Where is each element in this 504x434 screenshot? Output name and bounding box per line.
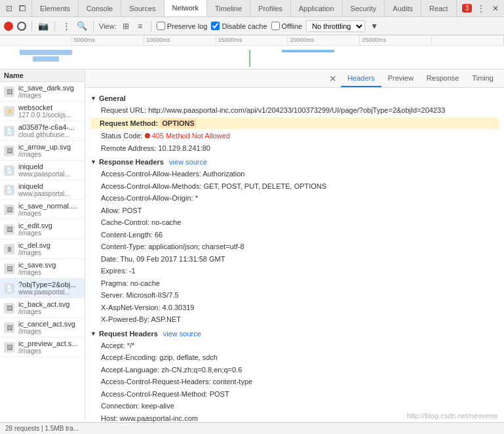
resp-header-11: X-AspNet-Version: 4.0.30319 — [90, 302, 499, 314]
sidebar-item-7[interactable]: 🖼 ic_edit.svg /images — [0, 220, 85, 239]
file-icon-2: 📄 — [4, 126, 14, 136]
offline-label: Offline — [282, 22, 303, 30]
sidebar-item-9[interactable]: 🖼 ic_save.svg /images — [0, 259, 85, 279]
tab-console[interactable]: Console — [79, 0, 121, 16]
preserve-log-checkbox[interactable]: Preserve log — [157, 22, 208, 30]
tab-response[interactable]: Response — [420, 69, 466, 87]
tab-timing[interactable]: Timing — [465, 69, 500, 87]
tick-0 — [0, 35, 72, 45]
file-icon-1: ⚡ — [4, 106, 14, 117]
tab-network[interactable]: Network — [165, 0, 207, 16]
devtools-controls: ⊡ ⧠ — [0, 0, 32, 16]
response-headers-view-source-link[interactable]: view source — [169, 158, 207, 166]
sidebar-item-5[interactable]: 📄 iniqueld www.paasportal... — [0, 180, 85, 200]
file-icon-10: 📄 — [4, 283, 14, 294]
disable-cache-input[interactable] — [211, 22, 220, 30]
status-bar: 28 requests | 1.5MB tra... — [0, 422, 504, 434]
tab-sources[interactable]: Sources — [121, 0, 164, 16]
preserve-log-label: Preserve log — [167, 22, 208, 30]
offline-checkbox[interactable]: Offline — [271, 22, 303, 30]
sidebar-item-4[interactable]: 📄 iniqueld www.paasportal... — [0, 161, 85, 180]
sidebar-item-0[interactable]: 🖼 ic_save_dark.svg /images — [0, 82, 85, 102]
remote-address-val: 10.129.8.241:80 — [158, 144, 210, 152]
inspect-icon[interactable]: ⊡ — [4, 3, 14, 14]
file-icon-12: 🖼 — [4, 323, 14, 333]
tab-elements[interactable]: Elements — [32, 0, 79, 16]
sidebar-sub-6: /images — [18, 210, 77, 217]
sidebar-name-7: ic_edit.svg — [18, 222, 52, 229]
request-headers-section-header[interactable]: ▼ Request Headers view source — [90, 330, 499, 338]
tab-security[interactable]: Security — [343, 0, 385, 16]
sidebar-sub-1: 127.0.0.1/sockjs... — [18, 111, 71, 119]
view-grid-icon[interactable]: ⊞ — [121, 21, 131, 31]
throttle-select[interactable]: No throttling — [306, 20, 365, 32]
sidebar-item-3[interactable]: 🖼 ic_arrow_up.svg /images — [0, 141, 85, 161]
general-section-header[interactable]: ▼ General — [90, 94, 499, 102]
sidebar-name-3: ic_arrow_up.svg — [18, 143, 71, 151]
sidebar-item-12[interactable]: 🖼 ic_cancel_act.svg /images — [0, 318, 85, 338]
tab-application[interactable]: Application — [291, 0, 343, 16]
more-icon[interactable]: ⋮ — [476, 3, 486, 14]
sidebar-sub-9: /images — [18, 269, 56, 276]
status-code-val: 405 Method Not Allowed — [145, 132, 230, 140]
waterfall-bar-3 — [282, 50, 334, 52]
sidebar-item-10[interactable]: 📄 ?objType=2&obj... www.paasportal... — [0, 279, 85, 298]
resp-header-5: Content-Length: 66 — [90, 229, 499, 241]
request-method-key: Request Method: — [100, 119, 158, 127]
file-icon-11: 🖼 — [4, 303, 14, 313]
record-stop-button[interactable] — [4, 22, 13, 31]
offline-input[interactable] — [271, 22, 280, 30]
request-url-row: Request URL: http://www.paasportal-inc.c… — [90, 104, 499, 117]
error-badge: 3 — [462, 4, 473, 12]
view-list-icon[interactable]: ≡ — [135, 21, 145, 31]
sidebar-sub-3: /images — [18, 151, 71, 158]
network-toolbar: 📷 ⋮ 🔍 View: ⊞ ≡ Preserve log Disable cac… — [0, 17, 504, 35]
resp-header-1: Access-Control-Allow-Methods: GET, POST,… — [90, 180, 499, 193]
general-title: General — [99, 94, 126, 102]
tab-timeline[interactable]: Timeline — [207, 0, 250, 16]
search-icon[interactable]: 🔍 — [76, 20, 88, 32]
filter-icon[interactable]: ⋮ — [60, 20, 72, 32]
file-icon-8: 🗑 — [4, 244, 14, 254]
tick-2: 10000ms — [144, 35, 216, 45]
resp-header-4: Cache-Control: no-cache — [90, 216, 499, 229]
tab-profiles[interactable]: Profiles — [250, 0, 291, 16]
close-detail-button[interactable]: ✕ — [325, 69, 341, 87]
camera-icon[interactable]: 📷 — [37, 20, 49, 32]
remote-address-row: Remote Address: 10.129.8.241:80 — [90, 142, 499, 155]
file-icon-0: 🖼 — [4, 87, 14, 97]
sidebar-item-1[interactable]: ⚡ websocket 127.0.0.1/sockjs... — [0, 102, 85, 121]
file-icon-9: 🖼 — [4, 264, 14, 274]
close-devtools-icon[interactable]: ✕ — [490, 3, 501, 14]
preserve-log-input[interactable] — [157, 22, 165, 30]
response-headers-section-header[interactable]: ▼ Response Headers view source — [90, 158, 499, 166]
device-icon[interactable]: ⧠ — [17, 3, 28, 14]
status-code-row: Status Code: 405 Method Not Allowed — [90, 130, 499, 142]
request-method-val: OPTIONS — [160, 119, 197, 128]
sidebar-item-8[interactable]: 🗑 ic_del.svg /images — [0, 239, 85, 259]
sidebar-item-6[interactable]: 🖼 ic_save_normal.... /images — [0, 200, 85, 220]
tab-preview[interactable]: Preview — [381, 69, 420, 87]
clear-button[interactable] — [17, 22, 26, 31]
resp-header-7: Date: Thu, 09 Feb 2017 11:31:58 GMT — [90, 253, 499, 266]
detail-panel: ✕ Headers Preview Response Timing ▼ Gene… — [85, 69, 504, 434]
headers-content: ▼ General Request URL: http://www.paaspo… — [85, 88, 504, 434]
sidebar-item-13[interactable]: 🖼 ic_preview_act.s... /images — [0, 338, 85, 357]
tab-headers[interactable]: Headers — [341, 69, 381, 87]
request-method-row: Request Method: OPTIONS — [90, 117, 499, 130]
disable-cache-checkbox[interactable]: Disable cache — [211, 22, 267, 30]
domloaded-line — [249, 50, 250, 67]
resp-header-8: Expires: -1 — [90, 265, 499, 277]
status-dot-icon — [145, 133, 150, 138]
req-header-2: Accept-Language: zh-CN,zh;q=0.8,en;q=0.6 — [90, 364, 499, 376]
request-headers-title: Request Headers — [99, 330, 158, 338]
tab-audits[interactable]: Audits — [385, 0, 421, 16]
sidebar-item-2[interactable]: 📄 a03587fe-c6a4-... cloud.githubuse... — [0, 121, 85, 141]
request-headers-view-source-link[interactable]: view source — [163, 330, 201, 338]
resp-header-9: Pragma: no-cache — [90, 277, 499, 290]
sidebar-name-8: ic_del.svg — [18, 241, 50, 249]
sidebar-item-11[interactable]: 🖼 ic_back_act.svg /images — [0, 298, 85, 318]
tab-react[interactable]: React — [421, 0, 457, 16]
throttle-expand-icon[interactable]: ▼ — [369, 21, 379, 31]
tick-1: 5000ms — [72, 35, 144, 45]
